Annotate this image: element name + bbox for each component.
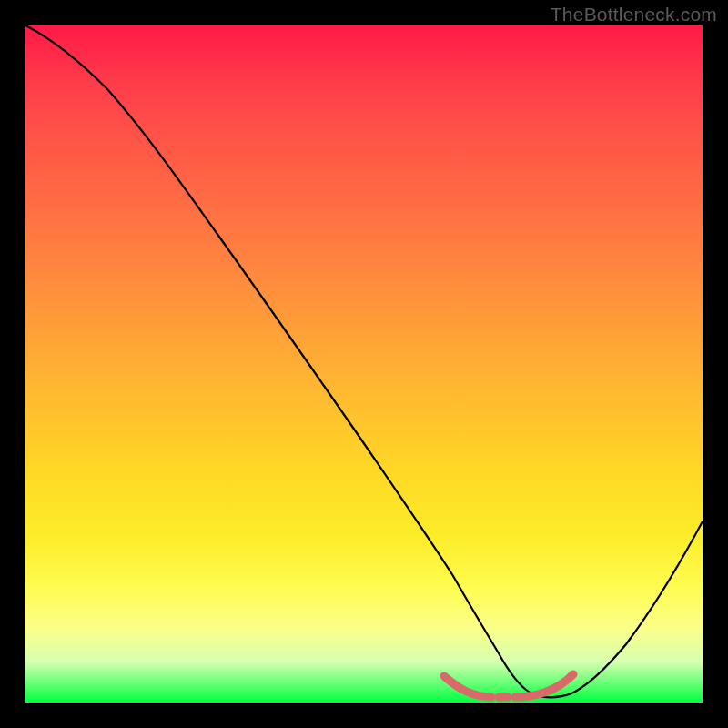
watermark-text: TheBottleneck.com xyxy=(551,4,717,25)
bottleneck-curve-line xyxy=(25,25,703,697)
chart-svg xyxy=(25,25,703,703)
optimal-range-marker xyxy=(444,674,573,697)
plot-area xyxy=(25,25,703,703)
